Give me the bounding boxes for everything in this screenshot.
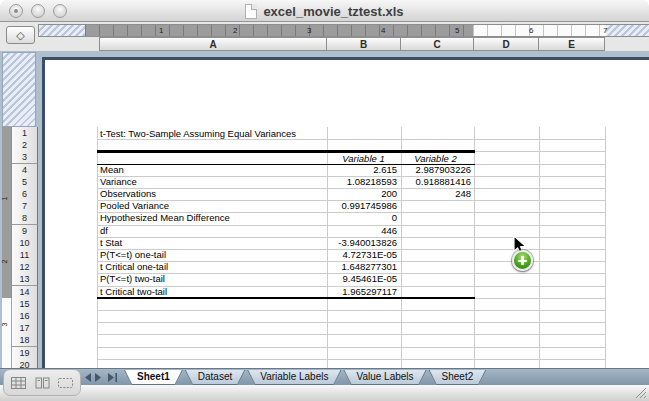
row-header-13[interactable]: 13 bbox=[12, 273, 38, 286]
table-title-cell[interactable]: t-Test: Two-Sample Assuming Equal Varian… bbox=[100, 128, 296, 140]
row-header-19[interactable]: 19 bbox=[12, 347, 38, 360]
page-layout-icon bbox=[35, 377, 50, 389]
previous-sheet-button[interactable] bbox=[83, 373, 91, 382]
table-value-variable1[interactable]: 9.45461E-05 bbox=[327, 273, 397, 285]
table-row-label[interactable]: df bbox=[100, 225, 108, 237]
vertical-ruler: 123 bbox=[2, 127, 12, 368]
sheet-tab-sheet2[interactable]: Sheet2 bbox=[429, 370, 487, 385]
table-value-variable1[interactable]: 0.991745986 bbox=[327, 200, 397, 212]
table-value-variable1[interactable]: 200 bbox=[327, 188, 397, 200]
table-value-variable1[interactable]: 446 bbox=[327, 225, 397, 237]
row-header-9[interactable]: 9 bbox=[12, 225, 38, 238]
sheet-tab-value-labels[interactable]: Value Labels bbox=[343, 370, 426, 385]
vruler-free-area bbox=[2, 298, 12, 368]
next-sheet-button[interactable] bbox=[95, 373, 103, 382]
vruler-number: 1 bbox=[1, 197, 8, 201]
vruler-number: 2 bbox=[1, 260, 8, 264]
document-icon bbox=[245, 4, 257, 19]
ruler-number: 1 bbox=[159, 26, 163, 35]
row-header-16[interactable]: 16 bbox=[12, 310, 38, 323]
row-header-14[interactable]: 14 bbox=[12, 286, 38, 299]
table-row-label[interactable]: Observations bbox=[100, 188, 156, 200]
row-header-17[interactable]: 17 bbox=[12, 322, 38, 335]
row-headers: 1234567891011121314151617181920 bbox=[12, 127, 38, 368]
row-header-4[interactable]: 4 bbox=[12, 164, 38, 177]
view-buttons-panel bbox=[3, 369, 81, 396]
ruler-number: 2 bbox=[233, 26, 237, 35]
page-layout-view-button[interactable] bbox=[33, 376, 51, 390]
page-break-view-button[interactable] bbox=[57, 376, 75, 390]
ruler-free-area bbox=[473, 25, 606, 36]
row-header-6[interactable]: 6 bbox=[12, 188, 38, 201]
row-header-1[interactable]: 1 bbox=[12, 127, 38, 140]
table-row-label[interactable]: P(T<=t) two-tail bbox=[100, 273, 165, 285]
ruler-number: 5 bbox=[455, 26, 459, 35]
grid-view-icon bbox=[11, 377, 26, 389]
sheet-tab-sheet1[interactable]: Sheet1 bbox=[124, 370, 183, 385]
column-header-A[interactable]: A bbox=[99, 37, 327, 51]
ruler-number: 4 bbox=[381, 26, 385, 35]
table-row-label[interactable]: t Stat bbox=[100, 237, 122, 249]
vertical-ruler-top-margin bbox=[2, 52, 36, 127]
vruler-used-area bbox=[2, 127, 12, 298]
ruler-right-margin bbox=[606, 25, 649, 36]
normal-view-button[interactable] bbox=[10, 376, 28, 390]
sheet-tab-label: Value Labels bbox=[343, 370, 426, 384]
window-bottom-bar bbox=[0, 385, 649, 401]
row-header-5[interactable]: 5 bbox=[12, 176, 38, 189]
row-header-18[interactable]: 18 bbox=[12, 334, 38, 347]
sheet-tab-dataset[interactable]: Dataset bbox=[185, 370, 245, 385]
column-header-E[interactable]: E bbox=[539, 37, 605, 51]
row-header-20[interactable]: 20 bbox=[12, 359, 38, 368]
row-header-3[interactable]: 3 bbox=[12, 151, 38, 164]
table-value-variable1[interactable]: 1.648277301 bbox=[327, 261, 397, 273]
ruler-number: 7 bbox=[603, 26, 607, 35]
row-header-15[interactable]: 15 bbox=[12, 298, 38, 311]
column-header-D[interactable]: D bbox=[474, 37, 539, 51]
row-header-10[interactable]: 10 bbox=[12, 237, 38, 250]
table-row-label[interactable]: P(T<=t) one-tail bbox=[100, 249, 166, 261]
table-value-variable1[interactable]: 1.08218593 bbox=[327, 176, 397, 188]
table-row-label[interactable]: Hypothesized Mean Difference bbox=[100, 212, 230, 224]
table-value-variable1[interactable]: 2.615 bbox=[327, 164, 397, 176]
select-all-corner-button[interactable]: ◇ bbox=[6, 26, 35, 44]
table-row-label[interactable]: Variance bbox=[100, 176, 137, 188]
table-row-label[interactable]: Pooled Variance bbox=[100, 200, 169, 212]
table-value-variable2[interactable]: 0.918881416 bbox=[400, 176, 471, 188]
page-break-icon bbox=[58, 378, 73, 388]
last-sheet-button[interactable] bbox=[107, 373, 118, 382]
sheet-tab-label: Dataset bbox=[185, 370, 245, 384]
row-header-2[interactable]: 2 bbox=[12, 139, 38, 152]
row-header-8[interactable]: 8 bbox=[12, 212, 38, 225]
column-header-B[interactable]: B bbox=[327, 37, 401, 51]
window-title: excel_movie_tztest.xls bbox=[263, 4, 403, 19]
table-value-variable1[interactable]: 4.72731E-05 bbox=[327, 249, 397, 261]
table-value-variable2[interactable]: 2.987903226 bbox=[400, 164, 471, 176]
row-header-12[interactable]: 12 bbox=[12, 261, 38, 274]
row-header-7[interactable]: 7 bbox=[12, 200, 38, 213]
column-header-C[interactable]: C bbox=[401, 37, 474, 51]
table-row-label[interactable]: Mean bbox=[100, 164, 124, 176]
ruler-toolbar: ◇ 1234567 ABCDE bbox=[0, 22, 649, 51]
sheet-tab-variable-labels[interactable]: Variable Labels bbox=[247, 370, 341, 385]
diamond-icon: ◇ bbox=[16, 29, 24, 42]
table-bottom-border bbox=[97, 297, 475, 300]
table-value-variable1[interactable]: 0 bbox=[327, 212, 397, 224]
row-header-11[interactable]: 11 bbox=[12, 249, 38, 262]
ruler-left-margin bbox=[39, 25, 85, 36]
table-row-label[interactable]: t Critical one-tail bbox=[100, 261, 168, 273]
vruler-number: 3 bbox=[1, 323, 8, 327]
sheet-tab-label: Sheet2 bbox=[429, 370, 487, 384]
resize-grip[interactable] bbox=[634, 386, 647, 399]
horizontal-ruler: 1234567 bbox=[38, 24, 649, 37]
excel-window: excel_movie_tztest.xls ◇ 1234567 ABCDE 1… bbox=[0, 0, 649, 401]
ruler-number: 3 bbox=[307, 26, 311, 35]
sheet-tab-bar: Sheet1DatasetVariable LabelsValue Labels… bbox=[0, 368, 649, 385]
sheet-tab-label: Sheet1 bbox=[124, 370, 183, 384]
sheet-tab-label: Variable Labels bbox=[247, 370, 341, 384]
table-value-variable1[interactable]: -3.940013826 bbox=[327, 237, 397, 249]
ttest-results-table[interactable]: t-Test: Two-Sample Assuming Equal Varian… bbox=[97, 127, 475, 368]
ruler-number: 6 bbox=[529, 26, 533, 35]
table-value-variable2[interactable]: 248 bbox=[400, 188, 471, 200]
ruler-used-area bbox=[85, 25, 473, 36]
